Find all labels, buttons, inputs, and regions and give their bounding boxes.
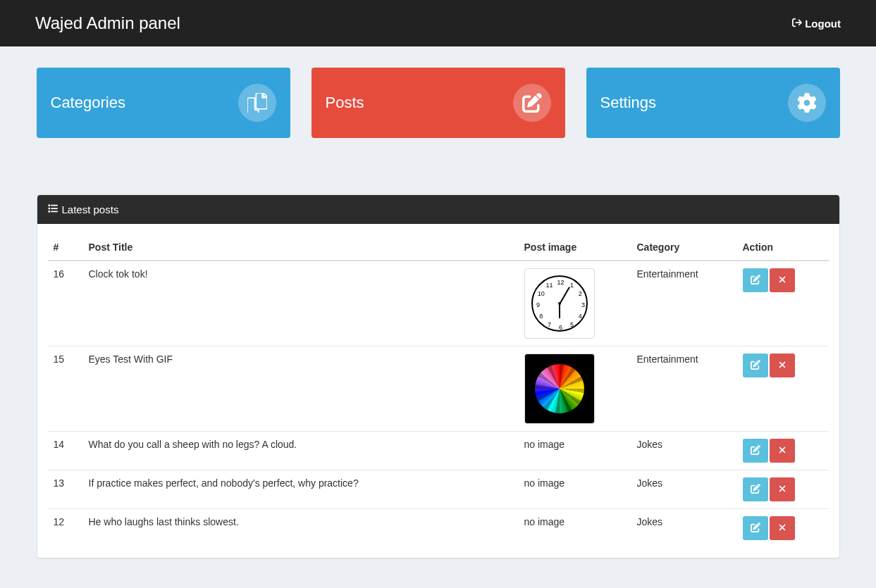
logout-link[interactable]: Logout (792, 18, 841, 30)
list-icon (48, 204, 58, 215)
edit-button[interactable] (743, 516, 768, 540)
delete-button[interactable] (770, 516, 795, 540)
cell-image: no image (519, 509, 631, 548)
cell-image: 123456789101112 (519, 261, 631, 346)
cell-id: 16 (48, 261, 83, 346)
logout-label: Logout (805, 18, 841, 30)
cell-category: Jokes (631, 470, 737, 509)
table-row: 15Eyes Test With GIFEntertainment (48, 346, 829, 432)
logout-icon (792, 18, 802, 30)
close-icon (777, 360, 787, 372)
edit-button[interactable] (743, 268, 768, 292)
cell-image: no image (519, 470, 631, 509)
cell-category: Jokes (631, 432, 737, 470)
cell-category: Entertainment (631, 346, 737, 432)
cell-id: 13 (48, 470, 83, 509)
post-image-thumbnail (524, 354, 595, 424)
edit-button[interactable] (743, 354, 768, 377)
no-image-text: no image (524, 516, 565, 527)
cell-action (737, 509, 829, 548)
app-title: Wajed Admin panel (35, 13, 180, 33)
table-row: 12He who laughs last thinks slowest.no i… (48, 509, 829, 548)
widget-posts[interactable]: Posts (311, 68, 565, 138)
edit-icon (751, 275, 760, 287)
cell-action (737, 261, 829, 346)
widget-categories-label: Categories (51, 94, 125, 112)
cell-image (519, 346, 631, 432)
widget-categories[interactable]: Categories (37, 68, 290, 138)
widget-settings-label: Settings (600, 94, 657, 112)
cell-action (737, 432, 829, 470)
cell-title: Clock tok tok! (83, 261, 519, 346)
col-category: Category (631, 234, 737, 261)
cell-category: Entertainment (631, 261, 737, 346)
cell-id: 15 (48, 346, 83, 432)
cell-title: He who laughs last thinks slowest. (83, 509, 519, 548)
latest-posts-panel: Latest posts # Post Title Post image Cat… (37, 194, 840, 558)
panel-heading: Latest posts (37, 195, 839, 224)
col-action: Action (737, 234, 829, 261)
copy-icon (238, 84, 276, 122)
table-row: 16Clock tok tok!123456789101112Entertain… (48, 261, 829, 346)
gear-icon (788, 84, 826, 122)
close-icon (777, 445, 787, 457)
no-image-text: no image (524, 477, 565, 489)
edit-button[interactable] (743, 439, 768, 463)
widget-settings[interactable]: Settings (586, 68, 840, 138)
cell-action (737, 346, 829, 432)
posts-table: # Post Title Post image Category Action … (48, 234, 829, 547)
cell-action (737, 470, 829, 509)
col-title: Post Title (83, 234, 519, 261)
close-icon (777, 484, 787, 496)
edit-icon (751, 360, 760, 372)
cell-category: Jokes (631, 509, 737, 548)
edit-icon (751, 484, 760, 496)
panel-title: Latest posts (62, 204, 119, 215)
no-image-text: no image (524, 439, 565, 450)
col-id: # (48, 234, 83, 261)
cell-title: Eyes Test With GIF (83, 346, 519, 432)
delete-button[interactable] (770, 268, 795, 292)
cell-image: no image (519, 432, 631, 470)
edit-button[interactable] (743, 477, 768, 501)
col-image: Post image (519, 234, 631, 261)
table-row: 13If practice makes perfect, and nobody'… (48, 470, 829, 509)
cell-title: If practice makes perfect, and nobody's … (83, 470, 519, 509)
post-image-thumbnail: 123456789101112 (524, 268, 595, 339)
cell-id: 14 (48, 432, 83, 470)
close-icon (777, 275, 787, 287)
navbar: Wajed Admin panel Logout (0, 0, 876, 46)
edit-icon (751, 523, 760, 534)
delete-button[interactable] (770, 439, 795, 463)
edit-icon (751, 445, 760, 457)
widget-row: Categories Posts Settings (37, 46, 840, 194)
edit-icon (513, 84, 551, 122)
delete-button[interactable] (770, 354, 795, 377)
widget-posts-label: Posts (326, 94, 364, 112)
close-icon (777, 523, 787, 534)
cell-title: What do you call a sheep with no legs? A… (83, 432, 519, 470)
delete-button[interactable] (770, 477, 795, 501)
cell-id: 12 (48, 509, 83, 548)
table-row: 14What do you call a sheep with no legs?… (48, 432, 829, 470)
